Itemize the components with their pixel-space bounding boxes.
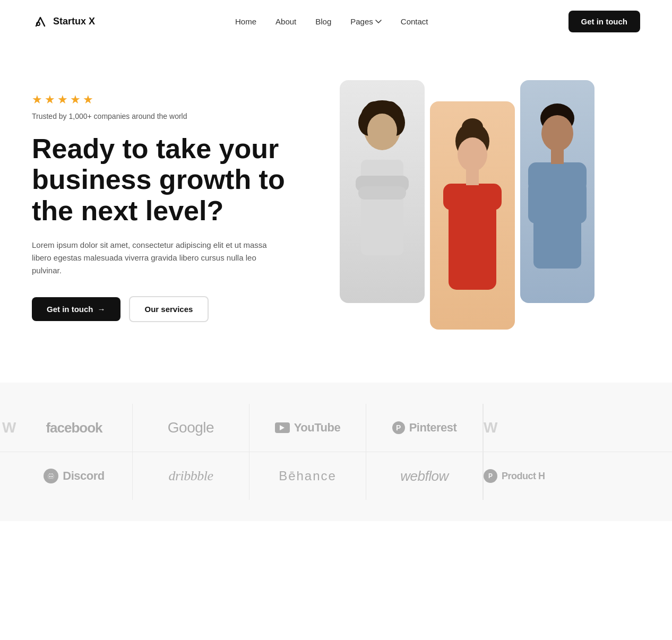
google-logo: Google bbox=[168, 419, 214, 436]
person-2-silhouette bbox=[430, 101, 515, 330]
partial-logo-right: W bbox=[484, 419, 497, 436]
producthunt-logo-group: P Product H bbox=[484, 469, 545, 483]
logos-row-1: W facebook Google YouTube P Pinterest W bbox=[0, 404, 672, 452]
webflow-text: webflow bbox=[400, 468, 448, 485]
arrow-icon: → bbox=[98, 305, 106, 314]
nav-blog[interactable]: Blog bbox=[315, 17, 331, 26]
svg-rect-15 bbox=[443, 184, 502, 210]
logo-dribbble: dribbble bbox=[133, 452, 249, 500]
nav-contact[interactable]: Contact bbox=[401, 17, 428, 26]
star-5: ★ bbox=[83, 93, 93, 107]
youtube-icon bbox=[275, 422, 290, 433]
pinterest-text: Pinterest bbox=[409, 421, 457, 435]
svg-point-24 bbox=[49, 476, 50, 478]
logo-partial-left-1: W bbox=[0, 404, 16, 452]
producthunt-icon: P bbox=[484, 469, 497, 483]
logo-webflow: webflow bbox=[366, 452, 483, 500]
hero-image-3 bbox=[520, 80, 595, 303]
star-2: ★ bbox=[45, 93, 55, 107]
behance-text: Bēhance bbox=[279, 469, 337, 483]
svg-point-7 bbox=[367, 114, 397, 148]
logo-icon bbox=[32, 13, 49, 30]
star-rating: ★ ★ ★ ★ ★ bbox=[32, 93, 308, 107]
svg-point-13 bbox=[458, 137, 487, 171]
discord-icon bbox=[44, 469, 58, 483]
logo[interactable]: Startux X bbox=[32, 13, 95, 30]
facebook-logo: facebook bbox=[46, 420, 102, 436]
youtube-text: YouTube bbox=[294, 421, 340, 435]
discord-svg bbox=[46, 471, 56, 481]
hero-image-1 bbox=[340, 80, 425, 303]
logo-google: Google bbox=[133, 404, 249, 452]
youtube-play-icon bbox=[280, 425, 285, 430]
svg-rect-10 bbox=[358, 186, 406, 200]
svg-point-18 bbox=[541, 115, 573, 151]
brand-name: Startux X bbox=[53, 16, 95, 27]
hero-buttons: Get in touch → Our services bbox=[32, 296, 308, 322]
hero-cta-secondary[interactable]: Our services bbox=[129, 296, 209, 322]
pinterest-logo-group: P Pinterest bbox=[392, 421, 457, 435]
dribbble-text: dribbble bbox=[168, 468, 213, 484]
partial-logo-left: W bbox=[2, 419, 16, 436]
logo-pinterest: P Pinterest bbox=[366, 404, 483, 452]
logo-partial-left-2 bbox=[0, 452, 16, 500]
logo-youtube: YouTube bbox=[249, 404, 366, 452]
youtube-logo-group: YouTube bbox=[275, 421, 340, 435]
navbar: Startux X Home About Blog Pages Contact … bbox=[0, 0, 672, 43]
hero-section: ★ ★ ★ ★ ★ Trusted by 1,000+ companies ar… bbox=[0, 43, 672, 383]
hero-subtext: Lorem ipsum dolor sit amet, consectetur … bbox=[32, 239, 276, 277]
svg-rect-22 bbox=[572, 181, 587, 223]
nav-about[interactable]: About bbox=[275, 17, 296, 26]
chevron-down-icon bbox=[375, 20, 382, 24]
logo-behance: Bēhance bbox=[249, 452, 366, 500]
hero-heading: Ready to take your business growth to th… bbox=[32, 133, 308, 226]
svg-rect-16 bbox=[466, 169, 479, 185]
hero-content: ★ ★ ★ ★ ★ Trusted by 1,000+ companies ar… bbox=[32, 93, 308, 322]
star-1: ★ bbox=[32, 93, 42, 107]
svg-rect-8 bbox=[361, 160, 403, 255]
logo-producthunt-partial: P Product H bbox=[483, 452, 568, 500]
logo-partial-right-1: W bbox=[483, 404, 525, 452]
svg-point-12 bbox=[462, 118, 483, 135]
svg-point-25 bbox=[51, 476, 53, 478]
logo-facebook: facebook bbox=[16, 404, 133, 452]
star-3: ★ bbox=[57, 93, 68, 107]
pinterest-icon: P bbox=[392, 421, 405, 434]
hero-images bbox=[308, 75, 640, 340]
star-4: ★ bbox=[70, 93, 81, 107]
nav-cta-button[interactable]: Get in touch bbox=[568, 11, 641, 32]
producthunt-text: Product H bbox=[502, 471, 545, 482]
discord-text: Discord bbox=[63, 469, 104, 483]
logos-row-2: Discord dribbble Bēhance webflow P Produ… bbox=[0, 452, 672, 500]
logo-discord: Discord bbox=[16, 452, 133, 500]
hero-image-2 bbox=[430, 101, 515, 330]
trusted-text: Trusted by 1,000+ companies around the w… bbox=[32, 112, 308, 120]
logos-section: W facebook Google YouTube P Pinterest W bbox=[0, 383, 672, 521]
svg-point-0 bbox=[37, 22, 40, 25]
person-3-silhouette bbox=[520, 80, 595, 303]
svg-rect-21 bbox=[528, 181, 543, 223]
nav-pages[interactable]: Pages bbox=[350, 17, 382, 26]
nav-home[interactable]: Home bbox=[235, 17, 256, 26]
person-1-silhouette bbox=[340, 80, 425, 303]
svg-rect-23 bbox=[551, 148, 564, 164]
nav-links: Home About Blog Pages Contact bbox=[235, 17, 428, 27]
hero-cta-primary[interactable]: Get in touch → bbox=[32, 297, 120, 321]
discord-logo-group: Discord bbox=[44, 469, 104, 483]
